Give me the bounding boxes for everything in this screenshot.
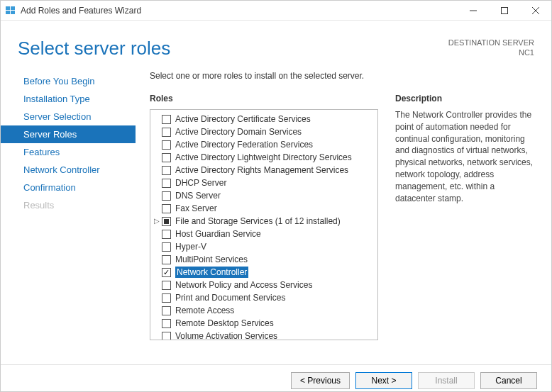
sidebar-step-server-roles[interactable]: Server Roles — [1, 125, 136, 143]
role-label: Network Controller — [175, 267, 248, 278]
description-text: The Network Controller provides the poin… — [395, 109, 537, 204]
maximize-button[interactable] — [489, 1, 520, 21]
install-button[interactable]: Install — [418, 372, 475, 389]
wizard-footer: < Previous Next > Install Cancel — [1, 364, 551, 392]
svg-rect-5 — [502, 7, 508, 13]
sidebar-step-before-you-begin[interactable]: Before You Begin — [1, 72, 136, 90]
window-title: Add Roles and Features Wizard — [21, 6, 141, 16]
role-label: Remote Desktop Services — [175, 318, 274, 329]
role-row[interactable]: Active Directory Rights Management Servi… — [152, 164, 376, 177]
role-row[interactable]: Network Controller — [152, 266, 376, 279]
role-label: DHCP Server — [175, 177, 226, 189]
role-label: Remote Access — [175, 305, 234, 316]
page-header: Select server roles DESTINATION SERVER N… — [1, 21, 551, 67]
destination-label: DESTINATION SERVER — [448, 38, 534, 47]
sidebar-step-server-selection[interactable]: Server Selection — [1, 108, 136, 125]
wizard-steps-sidebar: Before You BeginInstallation TypeServer … — [1, 67, 136, 364]
role-checkbox[interactable] — [162, 306, 171, 315]
role-label: Host Guardian Service — [175, 228, 261, 240]
sidebar-step-network-controller[interactable]: Network Controller — [1, 161, 136, 179]
role-checkbox[interactable] — [162, 268, 171, 277]
role-row[interactable]: MultiPoint Services — [152, 253, 376, 266]
role-label: Active Directory Federation Services — [175, 139, 313, 150]
role-checkbox[interactable] — [162, 255, 171, 264]
role-label: Active Directory Rights Management Servi… — [175, 164, 348, 176]
role-row[interactable]: Active Directory Domain Services — [152, 125, 376, 138]
role-label: Volume Activation Services — [175, 330, 277, 340]
destination-info: DESTINATION SERVER NC1 — [448, 38, 534, 60]
role-checkbox[interactable] — [162, 281, 171, 290]
role-row[interactable]: DHCP Server — [152, 177, 376, 189]
roles-listbox[interactable]: Active Directory Certificate ServicesAct… — [150, 109, 378, 340]
sidebar-step-results: Results — [1, 196, 136, 214]
role-row[interactable]: Host Guardian Service — [152, 228, 376, 240]
role-label: Hyper-V — [175, 241, 206, 252]
role-checkbox[interactable] — [162, 191, 171, 201]
role-checkbox[interactable] — [162, 293, 171, 303]
minimize-button[interactable] — [458, 1, 489, 21]
window-controls — [458, 1, 551, 21]
destination-value: NC1 — [448, 47, 534, 57]
expand-icon[interactable]: ▷ — [152, 215, 162, 227]
role-checkbox[interactable] — [162, 179, 171, 188]
role-label: File and Storage Services (1 of 12 insta… — [175, 215, 341, 227]
next-button[interactable]: Next > — [355, 372, 412, 389]
description-column: Description The Network Controller provi… — [395, 94, 537, 340]
role-label: Fax Server — [175, 203, 217, 214]
role-row[interactable]: Active Directory Certificate Services — [152, 113, 376, 125]
cancel-button[interactable]: Cancel — [480, 372, 537, 389]
role-checkbox[interactable] — [162, 242, 171, 252]
role-row[interactable]: Active Directory Lightweight Directory S… — [152, 151, 376, 164]
role-label: Active Directory Lightweight Directory S… — [175, 152, 352, 163]
role-checkbox[interactable] — [162, 115, 171, 124]
close-button[interactable] — [520, 1, 551, 21]
role-checkbox[interactable] — [162, 230, 171, 239]
titlebar: Add Roles and Features Wizard — [1, 1, 551, 21]
role-row[interactable]: ▷File and Storage Services (1 of 12 inst… — [152, 215, 376, 228]
role-row[interactable]: Active Directory Federation Services — [152, 138, 376, 151]
svg-rect-0 — [6, 6, 10, 10]
role-checkbox[interactable] — [162, 332, 171, 341]
sidebar-step-installation-type[interactable]: Installation Type — [1, 90, 136, 108]
role-row[interactable]: Print and Document Services — [152, 291, 376, 304]
role-checkbox[interactable] — [162, 140, 171, 150]
role-checkbox[interactable] — [162, 153, 171, 162]
role-checkbox[interactable] — [162, 319, 171, 328]
roles-column: Roles Active Directory Certificate Servi… — [150, 94, 378, 340]
role-checkbox[interactable] — [162, 217, 171, 226]
previous-button[interactable]: < Previous — [291, 372, 350, 389]
role-row[interactable]: Fax Server — [152, 202, 376, 215]
role-checkbox[interactable] — [162, 166, 171, 175]
role-row[interactable]: DNS Server — [152, 189, 376, 202]
role-label: DNS Server — [175, 190, 221, 201]
main-panel: Select one or more roles to install on t… — [136, 67, 551, 364]
role-label: MultiPoint Services — [175, 254, 248, 265]
app-icon — [5, 5, 16, 16]
role-checkbox[interactable] — [162, 204, 171, 213]
role-row[interactable]: Remote Access — [152, 304, 376, 317]
svg-rect-3 — [11, 11, 15, 14]
svg-rect-1 — [11, 6, 15, 10]
roles-header: Roles — [150, 94, 378, 103]
sidebar-step-features[interactable]: Features — [1, 143, 136, 161]
page-title: Select server roles — [18, 38, 170, 60]
sidebar-step-confirmation[interactable]: Confirmation — [1, 179, 136, 196]
role-label: Active Directory Certificate Services — [175, 113, 311, 125]
role-row[interactable]: Volume Activation Services — [152, 330, 376, 340]
role-label: Active Directory Domain Services — [175, 126, 302, 138]
role-label: Network Policy and Access Services — [175, 279, 312, 291]
instruction-text: Select one or more roles to install on t… — [150, 71, 537, 81]
svg-rect-2 — [6, 11, 10, 14]
role-row[interactable]: Hyper-V — [152, 240, 376, 253]
role-label: Print and Document Services — [175, 292, 285, 303]
role-row[interactable]: Network Policy and Access Services — [152, 279, 376, 291]
content-area: Before You BeginInstallation TypeServer … — [1, 67, 551, 364]
role-checkbox[interactable] — [162, 128, 171, 137]
role-row[interactable]: Remote Desktop Services — [152, 317, 376, 330]
description-header: Description — [395, 94, 537, 103]
